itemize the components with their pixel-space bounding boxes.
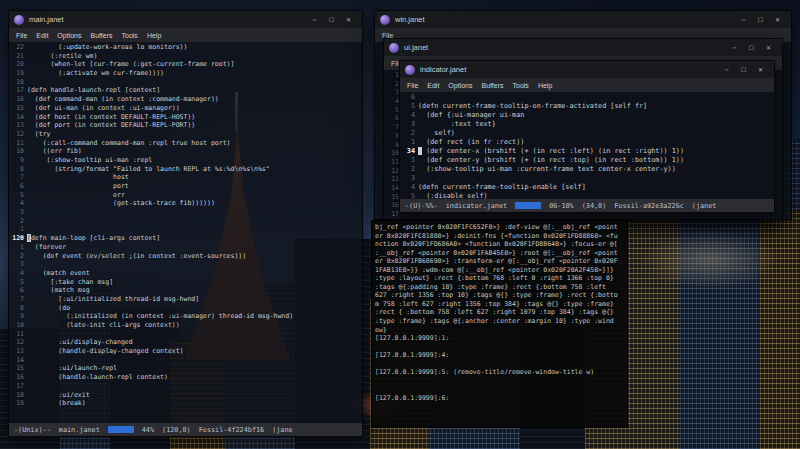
menu-bar: FileEditOptionsBuffersToolsHelp <box>400 78 774 92</box>
terminal-line: [127.0.0.1:9999]:1: <box>375 334 624 343</box>
code-line: 3 :text text} <box>400 120 774 129</box>
code-line: 18 <box>9 78 362 87</box>
minimize-button[interactable]: ─ <box>306 13 323 26</box>
code-line: 2 <box>9 217 362 226</box>
line-number: 10 <box>9 321 27 330</box>
window-title: win.janet <box>395 15 425 24</box>
modeline: -(Unix)-- main.janet 44% (120,0) Fossil-… <box>9 423 362 436</box>
code-line: 18 :ui/exit <box>9 391 362 400</box>
line-number: 20 <box>9 60 27 69</box>
menu-item-buffers[interactable]: Buffers <box>481 82 503 89</box>
modeline-vc: Fossil-a92e3a226c <box>614 202 684 210</box>
line-number: 1 <box>400 156 418 165</box>
line-number: 12 <box>9 338 27 347</box>
code-line: 4(defn current-frame-tooltip-enable [sel… <box>400 183 774 192</box>
terminal-line: bj_ref <pointer 0x020F1FC652F0>} :def-vi… <box>375 223 624 232</box>
minimize-button[interactable]: ─ <box>726 41 743 54</box>
modeline-position: (34,0) <box>582 202 607 210</box>
line-number: 16 <box>9 373 27 382</box>
terminal-line <box>375 385 624 394</box>
code-line: 2 self) <box>400 129 774 138</box>
menu-item-help[interactable]: Help <box>538 82 552 89</box>
close-button[interactable]: ✕ <box>769 13 786 26</box>
modeline-progress-bar <box>108 426 134 433</box>
line-number: 18 <box>9 78 27 87</box>
minimize-button[interactable]: ─ <box>735 13 752 26</box>
city-glow <box>640 230 780 290</box>
line-number: 17 <box>9 382 27 391</box>
titlebar[interactable]: indicator.janet ─ ☐ ✕ <box>400 61 774 78</box>
code-line: 19 (:activate wm cur-frame)))) <box>9 69 362 78</box>
line-number: 19 <box>9 69 27 78</box>
modeline-progress-bar <box>515 202 541 209</box>
modeline-mode: -(U)-%%- <box>405 202 438 210</box>
code-line: 11 (:call-command command-man :repl true… <box>9 139 362 148</box>
code-line: 20 (when-let [cur-frame (:get-current-fr… <box>9 60 362 69</box>
terminal-line: nction 0x020F1FD686A0> <function 0x020F1… <box>375 240 624 249</box>
line-number: 12 <box>9 130 27 139</box>
repl-terminal[interactable]: bj_ref <pointer 0x020F1FC652F0>} :def-vi… <box>371 220 628 428</box>
line-number: 6 <box>9 286 27 295</box>
modeline-percent: 06-10% <box>549 202 574 210</box>
line-number: 11 <box>9 139 27 148</box>
menu-item-edit[interactable]: Edit <box>427 82 439 89</box>
menu-item-file[interactable]: File <box>16 32 27 39</box>
code-line: 4 (match event <box>9 269 362 278</box>
code-line: 13 (handle-display-changed context) <box>9 347 362 356</box>
terminal-line: 627 :right 1356 :top 10} :tags @{} :type… <box>375 291 624 300</box>
code-line: 6 <box>400 93 774 102</box>
menu-item-edit[interactable]: Edit <box>36 32 48 39</box>
menu-item-buffers[interactable]: Buffers <box>90 32 112 39</box>
line-number: 4 <box>9 269 27 278</box>
terminal-line: :type :layout} :rect {:bottom 768 :left … <box>375 274 624 283</box>
titlebar[interactable]: main.janet ─ ☐ ✕ <box>9 11 362 28</box>
line-number: 16 <box>9 95 27 104</box>
minimize-button[interactable]: ─ <box>718 63 735 76</box>
code-line: 5 err <box>9 191 362 200</box>
close-button[interactable]: ✕ <box>752 63 769 76</box>
menu-bar: FileEditOptionsBuffersToolsHelp <box>9 28 362 42</box>
line-number: 34 <box>400 147 418 156</box>
maximize-button[interactable]: ☐ <box>323 13 340 26</box>
code-line: 9 (:initialized (in context :ui-manager)… <box>9 312 362 321</box>
line-number: 3 <box>9 208 27 217</box>
line-number: 21 <box>9 52 27 61</box>
close-button[interactable]: ✕ <box>340 13 357 26</box>
line-number: 13 <box>9 347 27 356</box>
code-line: 6 port <box>9 182 362 191</box>
line-number: 3 <box>9 260 27 269</box>
modeline-mode: -(Unix)-- <box>14 426 51 434</box>
menu-item-help[interactable]: Help <box>147 32 161 39</box>
line-number: 2 <box>9 252 27 261</box>
menu-item-tools[interactable]: Tools <box>513 82 529 89</box>
code-line: 10 ((err fib) <box>9 147 362 156</box>
code-buffer-main[interactable]: 22 (:update-work-areas lo monitors))21 (… <box>9 42 362 423</box>
line-number: 15 <box>9 104 27 113</box>
menu-item-options[interactable]: Options <box>448 82 472 89</box>
line-number: 7 <box>9 295 27 304</box>
code-buffer-indicator[interactable]: 65(defn current-frame-tooltip-on-frame-a… <box>400 92 774 199</box>
code-line: 34 (def center-x (brshift (+ (in rect :l… <box>400 147 774 156</box>
maximize-button[interactable]: ☐ <box>743 41 760 54</box>
titlebar[interactable]: ui.janet ─ ☐ ✕ <box>384 39 782 56</box>
titlebar[interactable]: win.janet ─ ☐ ✕ <box>375 11 791 28</box>
code-line: 1 <box>9 225 362 234</box>
text-cursor <box>418 147 422 155</box>
line-number: 5 <box>9 278 27 287</box>
terminal-line: :tags @{:padding 10} :type :frame} :rect… <box>375 283 624 292</box>
terminal-line: m 758 :left 627 :right 1356 :top 384} :t… <box>375 300 624 309</box>
code-line: 8 (do <box>9 304 362 313</box>
terminal-line <box>375 377 624 386</box>
code-line: 1 (def rect (in fr :rect)) <box>400 138 774 147</box>
modeline-buffer: indicator.janet <box>446 202 507 210</box>
code-line: 3 <box>400 174 774 183</box>
maximize-button[interactable]: ☐ <box>735 63 752 76</box>
close-button[interactable]: ✕ <box>760 41 777 54</box>
code-line: 8 (string/format "Failed to launch REPL … <box>9 165 362 174</box>
line-number: 8 <box>9 165 27 174</box>
menu-item-tools[interactable]: Tools <box>122 32 138 39</box>
maximize-button[interactable]: ☐ <box>752 13 769 26</box>
line-number: 17 <box>9 86 27 95</box>
menu-item-file[interactable]: File <box>407 82 418 89</box>
menu-item-options[interactable]: Options <box>57 32 81 39</box>
